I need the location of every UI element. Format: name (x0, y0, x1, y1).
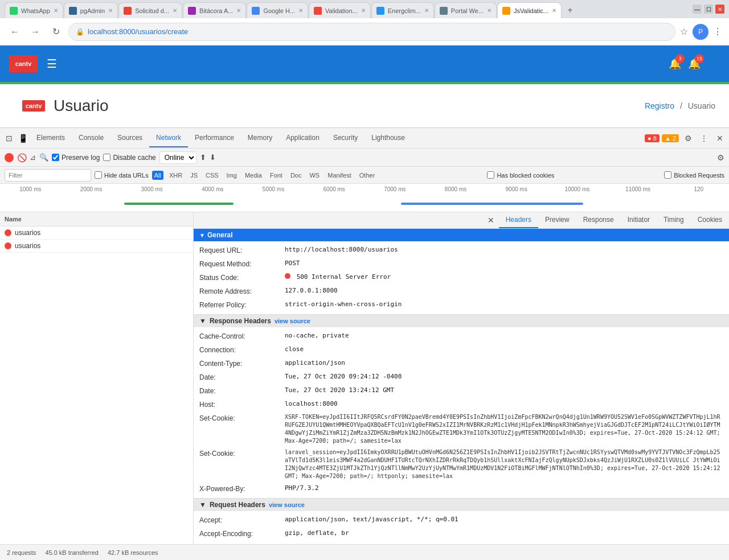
content-type-key: Content-Type: (199, 359, 285, 369)
forward-button[interactable]: → (27, 24, 43, 40)
solicitud-tab-close[interactable]: ✕ (173, 7, 177, 14)
host-val: localhost:8000 (285, 400, 338, 410)
devtools-settings-button[interactable]: ⚙ (681, 131, 695, 145)
devtools-tab-security[interactable]: Security (326, 129, 364, 147)
type-filter-doc[interactable]: Doc (288, 171, 304, 180)
disable-cache-checkbox-label[interactable]: Disable cache (103, 154, 155, 162)
response-headers-section-header[interactable]: ▼ Response Headers view source (194, 314, 729, 327)
request-item-1[interactable]: usuarios (0, 227, 193, 240)
hide-data-urls-label[interactable]: Hide data URLs (95, 171, 149, 179)
devtools-tab-network[interactable]: Network (149, 129, 188, 147)
type-filter-media[interactable]: Media (243, 171, 264, 180)
preserve-log-checkbox-label[interactable]: Preserve log (52, 154, 100, 162)
type-filter-xhr[interactable]: XHR (167, 171, 185, 180)
devtools-select-mode-button[interactable]: ⊡ (2, 131, 16, 145)
tab-portal[interactable]: Portal We... ✕ (435, 2, 497, 18)
tab-whatsapp[interactable]: WhatsApp ✕ (5, 2, 63, 18)
browser-menu-button[interactable]: ⋮ (713, 26, 722, 37)
new-tab-button[interactable]: + (562, 2, 578, 18)
user-menu-button[interactable]: 👤 (707, 57, 720, 70)
validation-tab-close[interactable]: ✕ (361, 7, 366, 14)
window-controls: — ☐ ✕ (693, 5, 724, 14)
filter-icon[interactable]: ⊿ (30, 153, 36, 162)
blocked-requests-label[interactable]: Blocked Requests (664, 171, 724, 179)
google-tab-close[interactable]: ✕ (298, 7, 303, 14)
devtools-tab-sources[interactable]: Sources (110, 129, 149, 147)
view-source-link[interactable]: view source (275, 318, 310, 324)
notification-button-2[interactable]: 🔔 15 (688, 57, 701, 70)
portal-tab-close[interactable]: ✕ (487, 7, 492, 14)
tab-solicitud[interactable]: Solicitud d... ✕ (118, 2, 182, 18)
pgadmin-tab-close[interactable]: ✕ (108, 7, 113, 14)
whatsapp-tab-close[interactable]: ✕ (54, 7, 58, 14)
tab-validation[interactable]: Validation... ✕ (309, 2, 371, 18)
request-headers-section-header[interactable]: ▼ Request Headers view source (194, 498, 729, 511)
timeline-label-5000: 5000 ms (243, 186, 304, 192)
type-filter-manifest[interactable]: Manifest (325, 171, 354, 180)
devtools-tab-lighthouse[interactable]: Lighthouse (364, 129, 412, 147)
maximize-button[interactable]: ☐ (704, 5, 713, 14)
tab-energclim[interactable]: Energclim... ✕ (371, 2, 434, 18)
import-har-button[interactable]: ⬆ (200, 153, 206, 162)
devtools-close-button[interactable]: ✕ (713, 131, 727, 145)
tab-pgadmin[interactable]: pgAdmin ✕ (64, 2, 118, 18)
view-source2-link[interactable]: view source (269, 501, 305, 508)
disable-cache-checkbox[interactable] (103, 154, 110, 161)
url-bar[interactable]: 🔒 localhost:8000/usuarios/create (68, 23, 675, 41)
detail-tab-timing[interactable]: Timing (657, 212, 691, 228)
throttle-select[interactable]: Online (159, 151, 196, 164)
energclim-tab-close[interactable]: ✕ (424, 7, 429, 14)
detail-tab-initiator[interactable]: Initiator (621, 212, 657, 228)
bitacora-tab-close[interactable]: ✕ (236, 7, 241, 14)
tab-bitacora[interactable]: Bitácora A... ✕ (183, 2, 246, 18)
record-button[interactable] (5, 153, 14, 162)
search-button[interactable]: 🔍 (39, 153, 48, 162)
type-filter-css[interactable]: CSS (203, 171, 221, 180)
devtools-tab-console[interactable]: Console (72, 129, 110, 147)
type-filter-js[interactable]: JS (188, 171, 200, 180)
hide-data-urls-checkbox[interactable] (95, 171, 102, 179)
tab-jsvalida[interactable]: JsValidatic... ✕ (497, 2, 562, 18)
devtools-tab-performance[interactable]: Performance (188, 129, 241, 147)
reload-button[interactable]: ↻ (48, 24, 64, 40)
status-bar: 2 requests 45.0 kB transferred 42.7 kB r… (0, 544, 729, 560)
detail-tab-headers[interactable]: Headers (499, 212, 538, 228)
filter-input[interactable] (5, 169, 91, 182)
notification-badge-1: 3 (675, 54, 685, 63)
devtools-tab-elements[interactable]: Elements (30, 129, 72, 147)
type-filter-all[interactable]: All (152, 171, 163, 180)
has-blocked-cookies-label[interactable]: Has blocked cookies (487, 171, 554, 179)
hamburger-menu-icon[interactable]: ☰ (47, 57, 57, 71)
devtools-tab-memory[interactable]: Memory (241, 129, 279, 147)
type-filter-other[interactable]: Other (357, 171, 378, 180)
preserve-log-checkbox[interactable] (52, 154, 59, 161)
details-close-button[interactable]: ✕ (483, 212, 499, 228)
devtools-device-button[interactable]: 📱 (16, 131, 30, 145)
devtools-more-button[interactable]: ⋮ (697, 131, 711, 145)
devtools-tab-application[interactable]: Application (279, 129, 326, 147)
notification-button-1[interactable]: 🔔 3 (669, 57, 681, 70)
close-button[interactable]: ✕ (715, 5, 724, 14)
blocked-requests-checkbox[interactable] (664, 171, 671, 179)
has-blocked-cookies-checkbox[interactable] (487, 171, 494, 179)
google-tab-label: Google H... (263, 7, 295, 14)
detail-tab-cookies[interactable]: Cookies (691, 212, 729, 228)
network-settings-button[interactable]: ⚙ (717, 153, 724, 162)
accept-row: Accept: application/json, text/javascrip… (194, 513, 729, 527)
detail-tab-response[interactable]: Response (576, 212, 621, 228)
total-requests: 2 requests (7, 549, 36, 556)
detail-tab-preview[interactable]: Preview (538, 212, 576, 228)
jsvalida-tab-close[interactable]: ✕ (552, 7, 556, 14)
general-section-header[interactable]: ▼ General (194, 229, 729, 241)
minimize-button[interactable]: — (693, 5, 702, 14)
clear-button[interactable]: 🚫 (17, 153, 26, 162)
export-har-button[interactable]: ⬇ (210, 153, 216, 162)
bookmark-button[interactable]: ☆ (680, 26, 688, 37)
back-button[interactable]: ← (7, 24, 23, 40)
type-filter-font[interactable]: Font (268, 171, 285, 180)
tab-google[interactable]: Google H... ✕ (247, 2, 308, 18)
type-filter-img[interactable]: Img (224, 171, 239, 180)
request-item-2[interactable]: usuarios (0, 240, 193, 253)
type-filter-ws[interactable]: WS (307, 171, 322, 180)
profile-avatar[interactable]: P (693, 24, 708, 40)
